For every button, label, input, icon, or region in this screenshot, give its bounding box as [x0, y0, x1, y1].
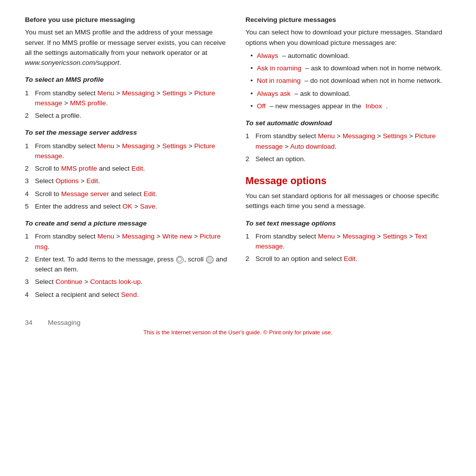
- step-2-select-mms: 2 Select a profile.: [25, 111, 231, 121]
- section-create-send-picture: To create and send a picture message 1 F…: [25, 219, 231, 300]
- page-number-line: 34 Messaging: [25, 319, 451, 326]
- heading-receiving: Receiving picture messages: [245, 15, 451, 25]
- step-1-auto-download: 1 From standby select Menu > Messaging >…: [245, 131, 451, 152]
- heading-auto-download: To set automatic download: [245, 118, 451, 128]
- joystick-scroll-icon: [206, 256, 214, 263]
- section-receiving-picture: Receiving picture messages You can selec…: [245, 15, 451, 111]
- step-5-msg-server: 5 Enter the address and select OK > Save…: [25, 202, 231, 212]
- bullet-always-ask: Always ask – ask to download.: [250, 89, 451, 99]
- step-2-msg-server: 2 Scroll to MMS profile and select Edit.: [25, 164, 231, 174]
- support-url: www.sonyericsson.com/support: [25, 59, 119, 66]
- section-text-message-options: To set text message options 1 From stand…: [245, 219, 451, 264]
- left-column: Before you use picture messaging You mus…: [25, 15, 231, 304]
- steps-auto-download: 1 From standby select Menu > Messaging >…: [245, 131, 451, 164]
- step-3-msg-server: 3 Select Options > Edit.: [25, 176, 231, 186]
- heading-text-message-options: To set text message options: [245, 219, 451, 229]
- heading-message-server: To set the message server address: [25, 128, 231, 138]
- step-4-msg-server: 4 Scroll to Message server and select Ed…: [25, 189, 231, 199]
- section-body-before-use: You must set an MMS profile and the addr…: [25, 27, 231, 68]
- body-receiving: You can select how to download your pict…: [245, 27, 451, 48]
- bullet-list-options: Always – automatic download. Ask in roam…: [245, 51, 451, 111]
- section-message-options: Message options You can set standard opt…: [245, 173, 451, 212]
- page-number: 34: [25, 319, 40, 326]
- section-select-mms-profile: To select an MMS profile 1 From standby …: [25, 75, 231, 121]
- step-4-create-send: 4 Select a recipient and select Send.: [25, 290, 231, 300]
- steps-create-send: 1 From standby select Menu > Messaging >…: [25, 232, 231, 300]
- footer-disclaimer: This is the Internet version of the User…: [25, 328, 451, 337]
- page-section-title: Messaging: [48, 319, 80, 326]
- step-3-create-send: 3 Select Continue > Contacts look-up.: [25, 277, 231, 287]
- section-heading-before-use: Before you use picture messaging: [25, 15, 231, 25]
- body-message-options: You can set standard options for all mes…: [245, 191, 451, 212]
- bullet-not-in-roaming: Not in roaming – do not download when no…: [250, 76, 451, 86]
- page-content: Before you use picture messaging You mus…: [25, 15, 451, 304]
- bullet-off: Off – new messages appear in the Inbox.: [250, 101, 451, 111]
- section-message-server-address: To set the message server address 1 From…: [25, 128, 231, 212]
- steps-message-server: 1 From standby select Menu > Messaging >…: [25, 141, 231, 212]
- joystick-press-icon: ◯: [176, 256, 184, 263]
- step-1-select-mms: 1 From standby select Menu > Messaging >…: [25, 88, 231, 109]
- heading-create-send: To create and send a picture message: [25, 219, 231, 229]
- steps-select-mms-profile: 1 From standby select Menu > Messaging >…: [25, 88, 231, 121]
- step-2-text-msg-options: 2 Scroll to an option and select Edit.: [245, 254, 451, 264]
- step-1-msg-server: 1 From standby select Menu > Messaging >…: [25, 141, 231, 162]
- step-1-text-msg-options: 1 From standby select Menu > Messaging >…: [245, 232, 451, 252]
- heading-message-options: Message options: [245, 173, 451, 188]
- bullet-ask-in-roaming: Ask in roaming – ask to download when no…: [250, 63, 451, 73]
- bullet-always: Always – automatic download.: [250, 51, 451, 61]
- step-1-create-send: 1 From standby select Menu > Messaging >…: [25, 232, 231, 252]
- step-2-auto-download: 2 Select an option.: [245, 154, 451, 164]
- heading-select-mms-profile: To select an MMS profile: [25, 75, 231, 85]
- section-auto-download: To set automatic download 1 From standby…: [245, 118, 451, 164]
- page-footer: 34 Messaging This is the Internet versio…: [25, 319, 451, 337]
- page-wrapper: Before you use picture messaging You mus…: [25, 15, 451, 337]
- step-2-create-send: 2 Enter text. To add items to the messag…: [25, 254, 231, 275]
- right-column: Receiving picture messages You can selec…: [245, 15, 451, 304]
- steps-text-message-options: 1 From standby select Menu > Messaging >…: [245, 232, 451, 264]
- section-picture-messaging-intro: Before you use picture messaging You mus…: [25, 15, 231, 68]
